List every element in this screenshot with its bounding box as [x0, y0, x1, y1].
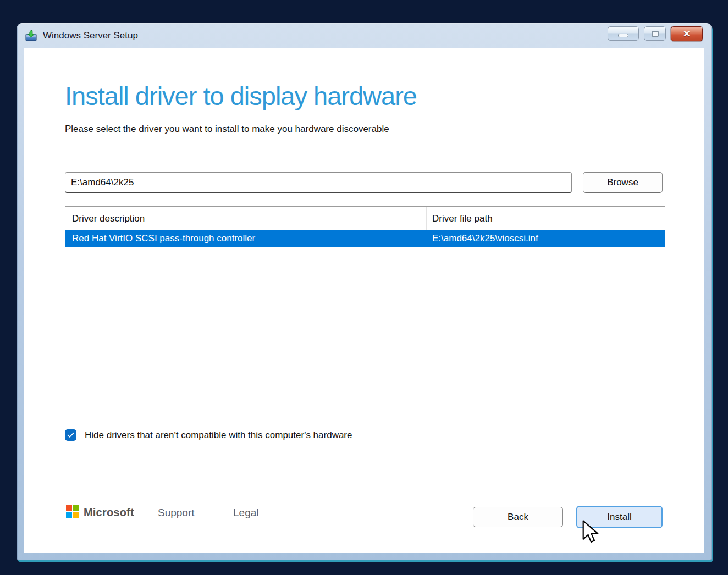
- back-button[interactable]: Back: [473, 507, 563, 527]
- driver-list: Driver description Driver file path Red …: [65, 206, 665, 403]
- page-title: Install driver to display hardware: [65, 81, 417, 111]
- minimize-button[interactable]: [608, 26, 639, 41]
- hide-incompatible-row: Hide drivers that aren't compatible with…: [65, 429, 352, 441]
- page-subtitle: Please select the driver you want to ins…: [65, 124, 389, 135]
- checkmark-icon: [67, 432, 74, 438]
- legal-link[interactable]: Legal: [233, 507, 259, 519]
- driver-description-cell: Red Hat VirtIO SCSI pass-through control…: [72, 233, 255, 244]
- driver-row-selected[interactable]: Red Hat VirtIO SCSI pass-through control…: [65, 230, 665, 247]
- setup-window: Windows Server Setup ✕ Install driver to…: [17, 23, 712, 560]
- logo-square-green: [73, 505, 79, 511]
- close-icon: ✕: [683, 30, 690, 38]
- install-driver-icon: [25, 30, 38, 42]
- install-button[interactable]: Install: [576, 506, 663, 528]
- hide-incompatible-checkbox[interactable]: [65, 429, 76, 441]
- column-divider: [426, 207, 427, 230]
- logo-square-blue: [66, 512, 72, 518]
- maximize-icon: [652, 31, 659, 37]
- desktop-background: { "window": { "title": "Windows Server S…: [0, 0, 728, 575]
- maximize-button[interactable]: [644, 26, 666, 41]
- content-area: Install driver to display hardware Pleas…: [24, 48, 704, 553]
- window-controls: ✕: [608, 26, 703, 41]
- close-button[interactable]: ✕: [671, 26, 703, 41]
- logo-square-yellow: [73, 512, 79, 518]
- microsoft-logo-icon: [66, 505, 79, 518]
- driver-list-header: Driver description Driver file path: [65, 207, 665, 230]
- hide-incompatible-label[interactable]: Hide drivers that aren't compatible with…: [85, 430, 352, 441]
- window-title: Windows Server Setup: [43, 30, 138, 41]
- driver-path-input[interactable]: [65, 172, 572, 193]
- title-bar[interactable]: Windows Server Setup ✕: [17, 23, 712, 48]
- minimize-icon: [618, 34, 628, 37]
- brand-name: Microsoft: [84, 506, 134, 519]
- support-link[interactable]: Support: [158, 507, 195, 519]
- driver-file-path-cell: E:\amd64\2k25\vioscsi.inf: [432, 233, 538, 244]
- column-header-description[interactable]: Driver description: [72, 207, 145, 230]
- column-header-file-path[interactable]: Driver file path: [432, 207, 493, 230]
- logo-square-red: [66, 505, 72, 511]
- browse-button[interactable]: Browse: [583, 172, 663, 193]
